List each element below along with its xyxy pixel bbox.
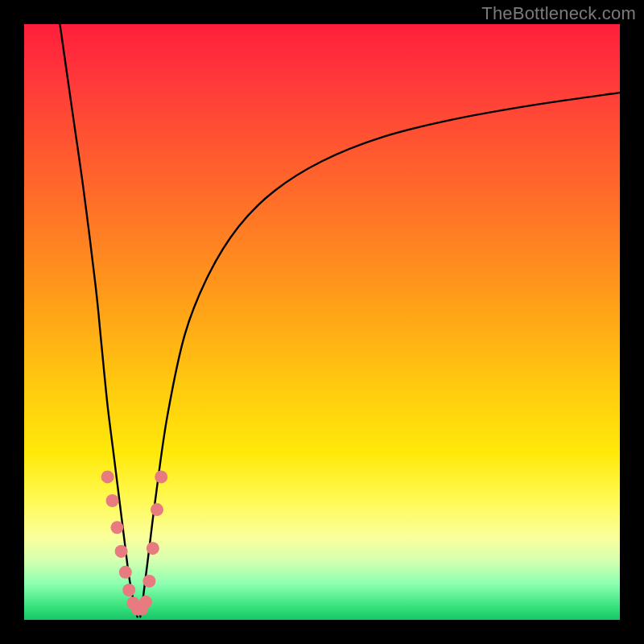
curve-marker (139, 596, 152, 609)
curve-right-branch (140, 93, 620, 617)
chart-frame: TheBottleneck.com (0, 0, 644, 644)
watermark-text: TheBottleneck.com (481, 3, 636, 24)
curve-marker (122, 584, 135, 597)
curve-marker (106, 494, 119, 507)
curve-left-branch (60, 24, 137, 617)
chart-svg (24, 24, 620, 620)
curve-marker (142, 575, 155, 588)
curve-marker (110, 521, 123, 534)
curve-marker (119, 566, 132, 579)
curve-marker (115, 545, 128, 558)
curve-marker (101, 470, 114, 483)
curve-marker (155, 470, 167, 483)
chart-plot-area (24, 24, 620, 620)
curve-marker (151, 503, 163, 516)
curve-markers (101, 470, 168, 615)
curve-marker (147, 542, 159, 555)
